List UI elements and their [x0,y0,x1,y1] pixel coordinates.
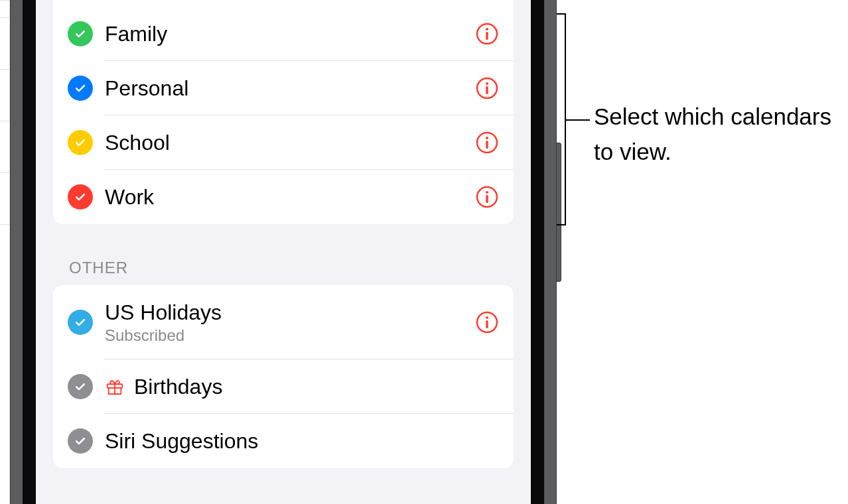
info-icon[interactable] [475,310,499,334]
svg-rect-11 [486,195,488,203]
callout-text: Select which calendars to view. [594,99,846,169]
calendar-row-work[interactable]: Work [53,170,514,224]
calendar-row-family[interactable]: Family [53,7,514,61]
svg-point-4 [486,82,488,85]
svg-point-10 [486,191,488,194]
calendar-row-personal[interactable]: Personal [53,61,514,115]
callout-bracket [557,13,566,225]
calendar-row-siri-suggestions[interactable]: Siri Suggestions [53,414,514,468]
calendar-row-school[interactable]: School [53,115,514,170]
callout-line [566,119,590,121]
calendar-label: Siri Suggestions [105,428,499,454]
info-icon[interactable] [475,76,499,100]
calendar-label: Work [105,184,475,210]
calendar-label: School [105,130,475,155]
calendar-label: US Holidays [105,300,475,325]
svg-point-7 [486,137,488,139]
info-icon[interactable] [475,22,499,46]
check-icon [68,184,93,210]
gift-icon [105,377,125,397]
check-icon [68,374,93,399]
info-icon[interactable] [475,131,499,155]
svg-point-1 [486,28,488,31]
svg-rect-8 [486,141,488,149]
calendar-label: Birthdays [134,374,499,399]
check-icon [68,310,93,335]
info-icon[interactable] [475,185,499,209]
calendar-row-us-holidays[interactable]: US Holidays Subscribed [53,285,514,359]
svg-rect-5 [486,86,488,94]
phone-screen: Family Personal [36,0,531,504]
check-icon [68,428,93,454]
section-header-other: OTHER [69,259,531,277]
annotation-area: Select which calendars to view. [557,0,848,504]
calendar-list-main: Family Personal [53,0,514,224]
phone-frame: Family Personal [10,0,557,504]
svg-rect-14 [486,320,488,328]
check-icon [68,76,93,101]
svg-rect-2 [486,32,488,40]
calendar-label: Family [105,21,475,46]
calendar-label: Personal [105,76,475,101]
svg-point-13 [486,316,488,319]
check-icon [68,21,93,46]
calendar-row-birthdays[interactable]: Birthdays [53,359,514,414]
calendar-list-other: US Holidays Subscribed [53,285,514,468]
calendar-sublabel: Subscribed [105,326,475,345]
check-icon [68,130,93,155]
background-grid-edge [0,0,10,504]
